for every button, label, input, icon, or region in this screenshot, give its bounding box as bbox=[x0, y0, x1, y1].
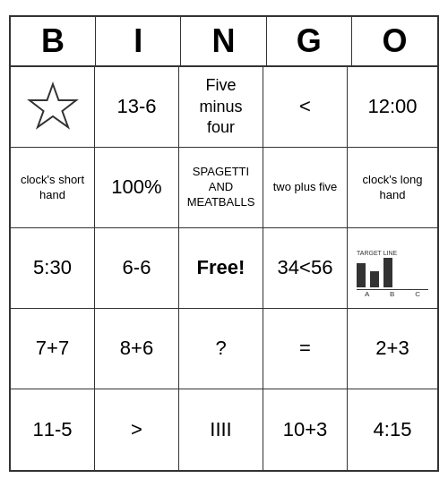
bingo-grid: 13-6Five minus four<12:00clock's short h… bbox=[11, 67, 437, 470]
cell-text: IIII bbox=[210, 417, 231, 443]
cell-r5c3: IIII bbox=[179, 389, 263, 470]
target-line-label: TARGET LINE bbox=[357, 249, 397, 257]
cell-r1c5: 12:00 bbox=[348, 67, 437, 148]
star-icon bbox=[26, 81, 80, 134]
cell-r2c5: clock's long hand bbox=[348, 148, 437, 228]
cell-text: 10+3 bbox=[283, 417, 328, 443]
cell-text: 4:15 bbox=[374, 417, 412, 443]
chart-bar-0 bbox=[357, 263, 366, 287]
cell-r3c3: Free! bbox=[179, 228, 263, 309]
cell-text: 7+7 bbox=[36, 336, 69, 362]
chart-bar-1 bbox=[370, 271, 379, 287]
cell-r1c4: < bbox=[263, 67, 348, 148]
cell-r4c5: 2+3 bbox=[348, 309, 437, 389]
chart-bar-2 bbox=[383, 258, 392, 287]
cell-text: = bbox=[299, 336, 311, 362]
cell-r1c2: 13-6 bbox=[95, 67, 179, 148]
cell-r3c5: TARGET LINEABC bbox=[348, 228, 437, 309]
cell-r5c5: 4:15 bbox=[348, 389, 437, 470]
bingo-card: BINGO 13-6Five minus four<12:00clock's s… bbox=[9, 15, 439, 472]
cell-r2c4: two plus five bbox=[263, 148, 348, 228]
cell-r5c2: > bbox=[95, 389, 179, 470]
svg-marker-0 bbox=[30, 84, 76, 127]
cell-r3c2: 6-6 bbox=[95, 228, 179, 309]
cell-r3c4: 34<56 bbox=[263, 228, 348, 309]
cell-text: 5:30 bbox=[33, 255, 72, 281]
cell-text: 11-5 bbox=[32, 417, 72, 443]
cell-r3c1: 5:30 bbox=[11, 228, 95, 309]
cell-r2c2: 100% bbox=[95, 148, 179, 228]
cell-text: < bbox=[299, 94, 311, 120]
cell-text: 13-6 bbox=[116, 94, 156, 120]
bar-chart: TARGET LINEABC bbox=[353, 234, 432, 303]
cell-text: 2+3 bbox=[375, 336, 409, 362]
header-letter-n: N bbox=[181, 17, 266, 65]
cell-text: 8+6 bbox=[120, 336, 153, 362]
cell-text: 12:00 bbox=[367, 94, 417, 120]
bingo-header: BINGO bbox=[11, 17, 437, 67]
cell-text: Five minus four bbox=[185, 75, 257, 138]
cell-text: clock's short hand bbox=[16, 173, 89, 203]
cell-text: two plus five bbox=[273, 180, 338, 195]
cell-text: 100% bbox=[111, 175, 161, 201]
cell-r1c1 bbox=[11, 67, 95, 148]
cell-text: SPAGETTI AND MEATBALLS bbox=[185, 165, 257, 210]
header-letter-b: B bbox=[11, 17, 96, 65]
cell-text: clock's long hand bbox=[353, 173, 432, 203]
chart-label-c: C bbox=[415, 290, 420, 299]
cell-r4c3: ? bbox=[179, 309, 263, 389]
cell-r4c4: = bbox=[263, 309, 348, 389]
cell-r2c1: clock's short hand bbox=[11, 148, 95, 228]
cell-r5c1: 11-5 bbox=[11, 389, 95, 470]
cell-text: ? bbox=[215, 336, 226, 362]
chart-bars-container bbox=[357, 258, 428, 290]
header-letter-g: G bbox=[267, 17, 352, 65]
header-letter-o: O bbox=[352, 17, 437, 65]
header-letter-i: I bbox=[96, 17, 181, 65]
cell-r4c1: 7+7 bbox=[11, 309, 95, 389]
cell-r2c3: SPAGETTI AND MEATBALLS bbox=[179, 148, 263, 228]
cell-text: 34<56 bbox=[278, 255, 333, 281]
chart-label-b: B bbox=[390, 290, 394, 299]
chart-label-a: A bbox=[365, 290, 369, 299]
cell-r5c4: 10+3 bbox=[263, 389, 348, 470]
cell-text: > bbox=[131, 417, 142, 443]
cell-text: 6-6 bbox=[123, 255, 151, 281]
free-label: Free! bbox=[197, 255, 246, 281]
cell-r4c2: 8+6 bbox=[95, 309, 179, 389]
cell-r1c3: Five minus four bbox=[179, 67, 263, 148]
chart-labels: ABC bbox=[357, 290, 428, 299]
